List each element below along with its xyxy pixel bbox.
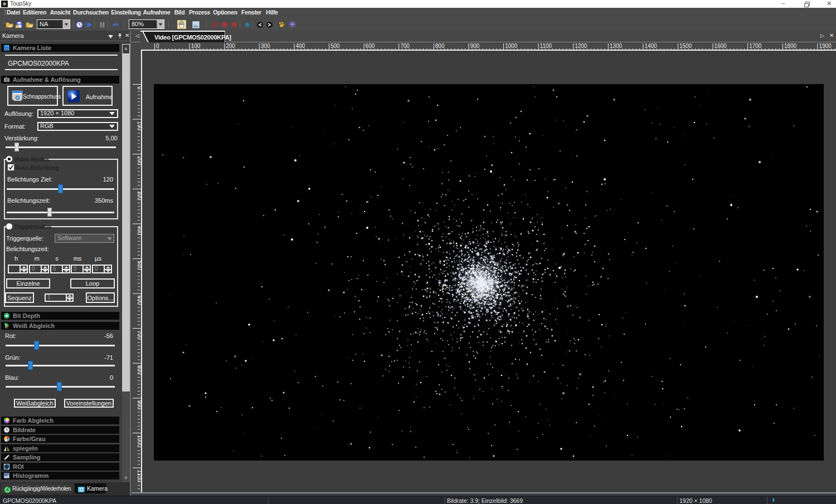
svg-text:100: 100 (191, 43, 201, 49)
svg-text:1600: 1600 (715, 43, 727, 49)
svg-text:1100: 1100 (540, 43, 552, 49)
svg-text:1500: 1500 (679, 43, 692, 49)
svg-text:800: 800 (435, 43, 445, 49)
svg-text:1700: 1700 (749, 43, 762, 49)
svg-text:1000: 1000 (505, 43, 518, 49)
svg-text:1800: 1800 (784, 43, 797, 49)
svg-text:0: 0 (156, 43, 159, 49)
svg-text:500: 500 (330, 43, 340, 49)
svg-text:1200: 1200 (575, 43, 587, 49)
svg-text:1900: 1900 (819, 43, 832, 49)
svg-text:1300: 1300 (610, 43, 623, 49)
svg-text:600: 600 (366, 43, 375, 49)
svg-text:200: 200 (226, 43, 235, 49)
svg-text:1000: 1000 (137, 435, 141, 448)
svg-text:400: 400 (295, 43, 305, 49)
svg-text:700: 700 (400, 43, 410, 49)
svg-text:900: 900 (470, 43, 479, 49)
svg-text:300: 300 (261, 43, 270, 49)
svg-text:1400: 1400 (644, 43, 657, 49)
